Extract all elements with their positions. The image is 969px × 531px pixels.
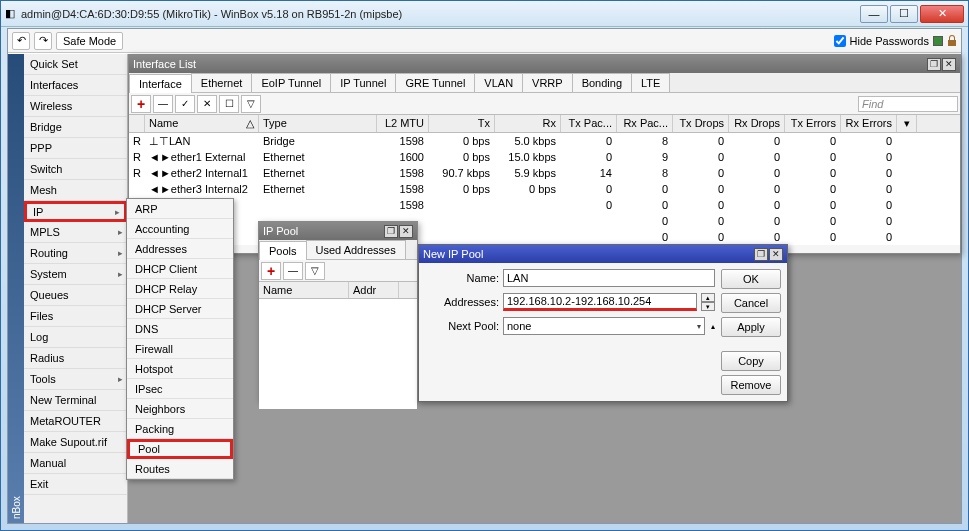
interface-row[interactable]: 00000 [129,229,960,245]
sidebar-item-ppp[interactable]: PPP [24,138,127,159]
find-input[interactable]: Find [858,96,958,112]
tab-lte[interactable]: LTE [631,73,670,92]
addresses-input[interactable] [503,293,697,311]
tab-vrrp[interactable]: VRRP [522,73,573,92]
sidebar-item-make-supout-rif[interactable]: Make Supout.rif [24,432,127,453]
copy-button[interactable]: Copy [721,351,781,371]
sidebar-item-mesh[interactable]: Mesh [24,180,127,201]
sidebar-item-new-terminal[interactable]: New Terminal [24,390,127,411]
remove-dialog-button[interactable]: Remove [721,375,781,395]
ip-submenu-dhcp-client[interactable]: DHCP Client [127,259,233,279]
sidebar-item-files[interactable]: Files [24,306,127,327]
iflist-col-9[interactable]: Rx Drops [729,115,785,132]
ip-submenu-packing[interactable]: Packing [127,419,233,439]
close-button[interactable]: ✕ [920,5,964,23]
tab-eoip-tunnel[interactable]: EoIP Tunnel [251,73,331,92]
ip-submenu-firewall[interactable]: Firewall [127,339,233,359]
sidebar-item-bridge[interactable]: Bridge [24,117,127,138]
redo-button[interactable]: ↷ [34,32,52,50]
sidebar-item-system[interactable]: System [24,264,127,285]
undo-button[interactable]: ↶ [12,32,30,50]
comment-button[interactable]: ☐ [219,95,239,113]
tab-bonding[interactable]: Bonding [572,73,632,92]
ippool-close-button[interactable]: ✕ [399,225,413,238]
win7-titlebar[interactable]: ◧ admin@D4:CA:6D:30:D9:55 (MikroTik) - W… [1,1,968,27]
iflist-col-10[interactable]: Tx Errors [785,115,841,132]
sidebar-item-wireless[interactable]: Wireless [24,96,127,117]
ippool-tab-pools[interactable]: Pools [259,241,307,260]
cancel-button[interactable]: Cancel [721,293,781,313]
nextpool-expand-icon[interactable]: ▴ [711,322,715,331]
tab-gre-tunnel[interactable]: GRE Tunnel [395,73,475,92]
iflist-close-button[interactable]: ✕ [942,58,956,71]
ok-button[interactable]: OK [721,269,781,289]
ip-submenu-dhcp-server[interactable]: DHCP Server [127,299,233,319]
tab-vlan[interactable]: VLAN [474,73,523,92]
sidebar-item-mpls[interactable]: MPLS [24,222,127,243]
interface-row[interactable]: 00000 [129,213,960,229]
ippool-tab-used-addresses[interactable]: Used Addresses [306,240,406,259]
newpool-close-button[interactable]: ✕ [769,248,783,261]
sidebar-item-interfaces[interactable]: Interfaces [24,75,127,96]
iflist-col-1[interactable]: Name △ [145,115,259,132]
sidebar-item-ip[interactable]: IP [24,201,127,222]
sidebar-item-radius[interactable]: Radius [24,348,127,369]
ippool-col-addr[interactable]: Addr [349,282,399,298]
ippool-add-button[interactable]: + [261,262,281,280]
interface-row[interactable]: R⊥⊤LANBridge15980 bps5.0 kbps080000 [129,133,960,149]
sidebar-item-tools[interactable]: Tools [24,369,127,390]
new-ip-pool-titlebar[interactable]: New IP Pool ❐ ✕ [419,245,787,263]
ippool-restore-button[interactable]: ❐ [384,225,398,238]
sidebar-item-log[interactable]: Log [24,327,127,348]
iflist-col-4[interactable]: Tx [429,115,495,132]
iflist-col-6[interactable]: Tx Pac... [561,115,617,132]
iflist-col-2[interactable]: Type [259,115,377,132]
filter-button[interactable]: ▽ [241,95,261,113]
apply-button[interactable]: Apply [721,317,781,337]
ippool-col-name[interactable]: Name [259,282,349,298]
ip-submenu-hotspot[interactable]: Hotspot [127,359,233,379]
enable-button[interactable]: ✓ [175,95,195,113]
ip-submenu-pool[interactable]: Pool [127,439,233,459]
disable-button[interactable]: ✕ [197,95,217,113]
tab-ethernet[interactable]: Ethernet [191,73,253,92]
ippool-remove-button[interactable]: — [283,262,303,280]
interface-row[interactable]: R◄►ether2 Internal1Ethernet159890.7 kbps… [129,165,960,181]
add-button[interactable]: + [131,95,151,113]
sidebar-item-quick-set[interactable]: Quick Set [24,54,127,75]
sidebar-item-routing[interactable]: Routing [24,243,127,264]
tab-ip-tunnel[interactable]: IP Tunnel [330,73,396,92]
ip-submenu-addresses[interactable]: Addresses [127,239,233,259]
hide-passwords-checkbox[interactable]: Hide Passwords [834,35,929,47]
sidebar-item-switch[interactable]: Switch [24,159,127,180]
sidebar-item-metarouter[interactable]: MetaROUTER [24,411,127,432]
newpool-restore-button[interactable]: ❐ [754,248,768,261]
iflist-col-7[interactable]: Rx Pac... [617,115,673,132]
iflist-col-5[interactable]: Rx [495,115,561,132]
ip-submenu-dhcp-relay[interactable]: DHCP Relay [127,279,233,299]
ip-submenu-routes[interactable]: Routes [127,459,233,479]
interface-row[interactable]: 1598000000 [129,197,960,213]
maximize-button[interactable]: ☐ [890,5,918,23]
remove-button[interactable]: — [153,95,173,113]
iflist-col-3[interactable]: L2 MTU [377,115,429,132]
minimize-button[interactable]: — [860,5,888,23]
ip-submenu-arp[interactable]: ARP [127,199,233,219]
iflist-col-11[interactable]: Rx Errors [841,115,897,132]
interface-row[interactable]: ◄►ether3 Internal2Ethernet15980 bps0 bps… [129,181,960,197]
ippool-filter-button[interactable]: ▽ [305,262,325,280]
sidebar-item-exit[interactable]: Exit [24,474,127,495]
addresses-spinner[interactable]: ▴▾ [701,293,715,311]
iflist-col-0[interactable] [129,115,145,132]
ip-submenu-dns[interactable]: DNS [127,319,233,339]
sidebar-item-queues[interactable]: Queues [24,285,127,306]
ip-submenu-neighbors[interactable]: Neighbors [127,399,233,419]
iflist-col-8[interactable]: Tx Drops [673,115,729,132]
name-input[interactable] [503,269,715,287]
sidebar-item-manual[interactable]: Manual [24,453,127,474]
interface-row[interactable]: R◄►ether1 ExternalEthernet16000 bps15.0 … [129,149,960,165]
nextpool-combo[interactable]: none [503,317,705,335]
tab-interface[interactable]: Interface [129,74,192,93]
interface-list-titlebar[interactable]: Interface List ❐ ✕ [129,55,960,73]
iflist-restore-button[interactable]: ❐ [927,58,941,71]
